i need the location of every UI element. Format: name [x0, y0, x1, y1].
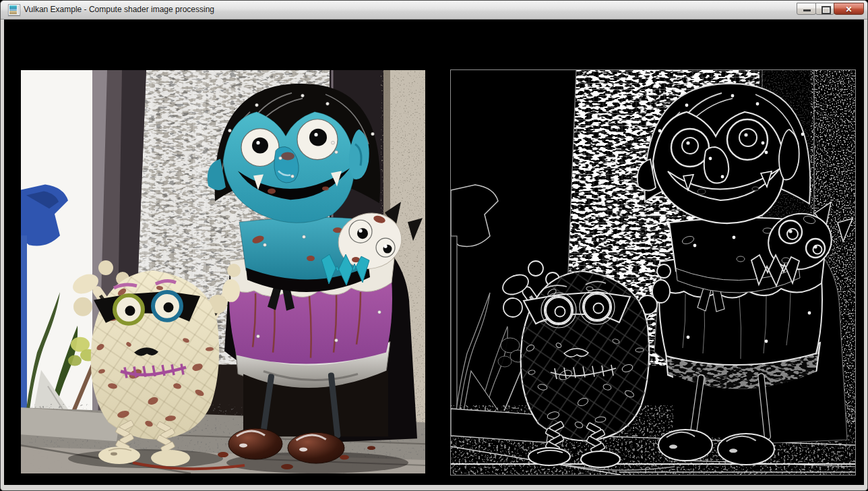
close-button[interactable]: ✕ [834, 3, 864, 15]
window-controls: ✕ [797, 3, 864, 15]
app-window: Vulkan Example - Compute shader image pr… [0, 0, 868, 491]
minimize-icon [803, 9, 811, 11]
render-client-area [4, 20, 864, 485]
vulkan-example-app-icon [8, 4, 20, 16]
minimize-button[interactable] [797, 3, 816, 15]
maximize-button[interactable] [815, 3, 834, 15]
maximize-icon [822, 6, 831, 14]
close-icon: ✕ [834, 4, 863, 15]
title-bar: Vulkan Example - Compute shader image pr… [1, 1, 867, 20]
edge-detected-image [450, 69, 856, 475]
source-image [21, 70, 425, 473]
window-title: Vulkan Example - Compute shader image pr… [24, 1, 214, 19]
